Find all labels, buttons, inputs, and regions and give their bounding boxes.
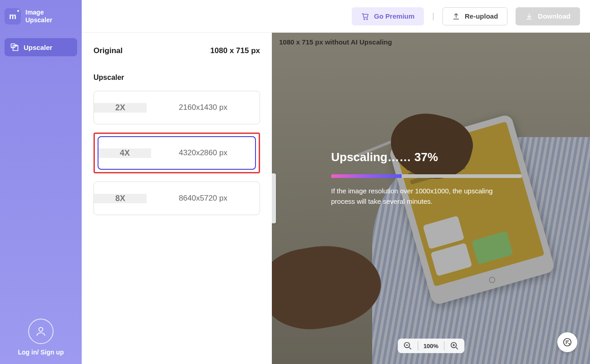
preview-panel: 1080 x 715 px without AI Upscaling Upsca… <box>272 33 590 364</box>
scale-factor: 4X <box>98 148 151 158</box>
original-row: Original 1080 x 715 px <box>93 46 260 55</box>
scale-factor: 8X <box>94 194 147 203</box>
user-icon <box>35 325 47 337</box>
reupload-label: Re-upload <box>465 12 498 20</box>
upscaler-icon <box>10 43 19 52</box>
scale-option-4x[interactable]: 4X 4320x2860 px <box>98 136 256 170</box>
original-label: Original <box>93 46 123 55</box>
scale-factor: 2X <box>94 103 147 113</box>
avatar[interactable] <box>28 319 54 344</box>
go-premium-button[interactable]: Go Premium <box>352 7 424 25</box>
svg-point-2 <box>364 18 365 19</box>
zoom-controls: 100% <box>398 339 464 353</box>
app-root: m Image Upscaler Upscaler Log in/ Sign u… <box>0 0 590 364</box>
note-edit-icon <box>562 337 572 347</box>
download-button[interactable]: Download <box>516 7 580 25</box>
progress-bar <box>331 174 522 178</box>
download-icon <box>525 12 533 20</box>
highlight-annotation: 4X 4320x2860 px <box>93 133 260 173</box>
progress-title: Upscaling…… 37% <box>331 150 531 164</box>
upscaler-section-title: Upscaler <box>93 74 260 82</box>
scale-option-8x[interactable]: 8X 8640x5720 px <box>93 182 260 215</box>
scale-dimensions: 8640x5720 px <box>147 194 260 203</box>
svg-point-3 <box>367 18 368 19</box>
upload-icon <box>452 12 460 20</box>
brand: m Image Upscaler <box>5 8 77 25</box>
zoom-value: 100% <box>423 343 438 349</box>
feedback-button[interactable] <box>557 332 577 352</box>
cart-icon <box>361 12 369 20</box>
preview-dimension-label: 1080 x 715 px without AI Upscaling <box>279 38 392 46</box>
content: Original 1080 x 715 px Upscaler 2X 2160x… <box>82 33 590 364</box>
login-link[interactable]: Log in/ Sign up <box>18 349 64 356</box>
brand-logo-icon: m <box>5 8 21 25</box>
main: Go Premium | Re-upload Download Original… <box>82 0 590 364</box>
sidebar-item-label: Upscaler <box>24 44 52 51</box>
sidebar-item-upscaler[interactable]: Upscaler <box>5 38 77 56</box>
sidebar: m Image Upscaler Upscaler Log in/ Sign u… <box>0 0 82 364</box>
options-panel: Original 1080 x 715 px Upscaler 2X 2160x… <box>82 33 272 364</box>
topbar: Go Premium | Re-upload Download <box>82 0 590 33</box>
compare-drag-handle[interactable] <box>272 173 276 223</box>
scale-dimensions: 2160x1430 px <box>147 103 260 112</box>
scale-option-2x[interactable]: 2X 2160x1430 px <box>93 91 260 124</box>
zoom-separator <box>444 341 444 350</box>
zoom-out-icon[interactable] <box>403 341 412 350</box>
progress-fill <box>331 174 402 178</box>
go-premium-label: Go Premium <box>374 12 414 20</box>
brand-name: Image Upscaler <box>25 9 52 24</box>
topbar-separator: | <box>432 11 434 21</box>
reupload-button[interactable]: Re-upload <box>442 7 507 25</box>
progress-block: Upscaling…… 37% If the image resolution … <box>331 150 531 207</box>
download-label: Download <box>538 12 570 20</box>
progress-note: If the image resolution over 1000x1000, … <box>331 186 513 207</box>
zoom-in-icon[interactable] <box>450 341 459 350</box>
user-block: Log in/ Sign up <box>5 319 77 356</box>
svg-point-1 <box>39 327 43 331</box>
scale-dimensions: 4320x2860 px <box>151 148 255 157</box>
sidebar-spacer <box>5 56 77 319</box>
original-dimensions: 1080 x 715 px <box>210 46 260 55</box>
zoom-separator <box>418 341 418 350</box>
